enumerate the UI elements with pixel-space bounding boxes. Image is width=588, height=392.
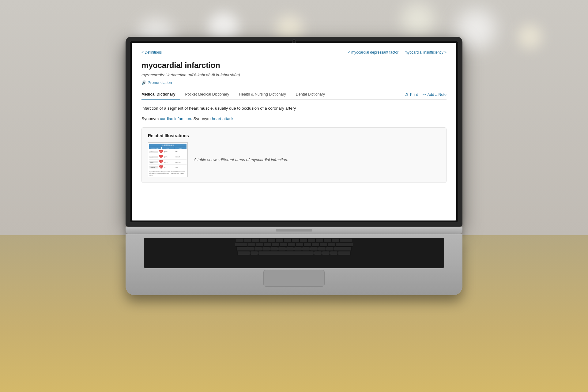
- add-note-button[interactable]: ✏ Add a Note: [423, 92, 447, 97]
- key: [288, 243, 295, 246]
- key: [237, 247, 254, 251]
- print-label: Print: [410, 92, 418, 97]
- key: [280, 243, 287, 246]
- bokeh-light: [518, 24, 542, 49]
- keyboard-row-2: [144, 242, 444, 246]
- pronunciation-link-label: Pronunciation: [148, 80, 172, 85]
- key: [320, 243, 327, 246]
- key: [336, 243, 353, 246]
- key: [340, 239, 352, 242]
- illustration-thumbnail[interactable]: EL-ECTROCARD. ECG changes Area Leads Ant…: [148, 142, 188, 177]
- key: [326, 247, 334, 251]
- key: [244, 239, 251, 242]
- tabs-left: Medical Dictionary Pocket Medical Dictio…: [141, 90, 330, 99]
- key: [308, 239, 315, 242]
- key: [270, 247, 278, 251]
- svg-rect-0: [160, 151, 162, 152]
- thumb-heart-icon: [159, 160, 163, 164]
- key: [276, 239, 283, 242]
- key: [330, 251, 337, 255]
- tab-pocket-medical[interactable]: Pocket Medical Dictionary: [180, 90, 234, 100]
- tab-medical-dictionary[interactable]: Medical Dictionary: [141, 90, 180, 100]
- nav-arrows: < myocardial depressant factor myocardia…: [348, 50, 447, 55]
- illustration-caption: A table shows different areas of myocard…: [194, 157, 288, 162]
- key: [284, 239, 291, 242]
- key: [286, 247, 294, 251]
- laptop-keyboard: [126, 234, 462, 295]
- cardiac-infarction-link[interactable]: cardiac infarction: [160, 116, 191, 121]
- key: [268, 239, 275, 242]
- nav-row: < Definitions < myocardial depressant fa…: [141, 50, 447, 55]
- prev-entry-link[interactable]: < myocardial depressant factor: [348, 50, 398, 55]
- key: [304, 243, 311, 246]
- illustrations-box: Related Illustrations EL-ECTROCARD. ECG …: [141, 127, 447, 183]
- thumb-val-2: II,III,aVF: [175, 156, 187, 158]
- laptop: < Definitions < myocardial depressant fa…: [126, 37, 462, 295]
- key: [251, 251, 258, 255]
- keyboard-row-3: [144, 246, 444, 251]
- thumb-val-2: I,aVL,V5-6: [175, 161, 187, 163]
- key: [262, 247, 270, 251]
- svg-rect-3: [160, 166, 161, 168]
- heart-attack-link[interactable]: heart attack: [212, 116, 234, 121]
- thumb-val-2: V1-4: [175, 167, 187, 168]
- tabs-row: Medical Dictionary Pocket Medical Dictio…: [141, 90, 447, 100]
- thumb-col-header-1: ECG changes: [149, 147, 161, 149]
- thumb-row-label: Inferior: [149, 156, 158, 158]
- thumb-data-row: Inferior Q, ST↑ II,III,aVF: [149, 155, 187, 160]
- print-button[interactable]: 🖨 Print: [405, 92, 418, 97]
- thumb-val-1: ST↓: [164, 167, 175, 168]
- trackpad[interactable]: [263, 270, 325, 287]
- thumb-values: Q, ST↑ II,III,aVF: [164, 156, 187, 158]
- thumb-title-bar: EL-ECTROCARD.: [149, 144, 187, 147]
- thumb-header-row: ECG changes Area Leads: [149, 147, 187, 149]
- keyboard-row-4: [144, 251, 444, 255]
- thumb-row-label: Anterior: [149, 151, 158, 153]
- synonym-label-1: Synonym: [141, 116, 160, 121]
- thumb-data-row: Anterior Q, ST↑ V1-4: [149, 149, 187, 154]
- key: [296, 243, 303, 246]
- key: [264, 243, 271, 246]
- key: [256, 243, 263, 246]
- tabs-right: 🖨 Print ✏ Add a Note: [405, 92, 447, 97]
- tab-health-nursing[interactable]: Health & Nursing Dictionary: [234, 90, 291, 100]
- key: [260, 239, 267, 242]
- key: [292, 239, 299, 242]
- illustrations-title: Related Illustrations: [148, 133, 440, 138]
- key: [316, 239, 323, 242]
- key: [324, 239, 331, 242]
- keyboard-row-1: [144, 238, 444, 242]
- thumb-val-1: Q, ST↑: [164, 156, 175, 158]
- key: [334, 247, 351, 251]
- screen-bezel: < Definitions < myocardial depressant fa…: [130, 41, 458, 222]
- key: [312, 243, 319, 246]
- key: [328, 243, 335, 246]
- thumb-heart-icon: [159, 149, 163, 154]
- pronunciation-text: my•o•car•di•al in•farc•tion (mī'ō-kahr'd…: [141, 73, 447, 77]
- browser-content[interactable]: < Definitions < myocardial depressant fa…: [132, 43, 456, 221]
- key: [294, 247, 302, 251]
- thumb-col-header-3: Leads: [174, 147, 187, 149]
- key: [278, 247, 286, 251]
- next-entry-link[interactable]: myocardial insufficiency >: [405, 50, 447, 55]
- thumb-row-label: Posterior: [149, 166, 158, 168]
- key: [235, 243, 247, 246]
- thumb-col-header-2: Area: [162, 147, 174, 149]
- thumb-data-row: Posterior ST↓ V1-4: [149, 165, 187, 170]
- tab-dental[interactable]: Dental Dictionary: [291, 90, 330, 100]
- speaker-icon: 🔊: [141, 80, 146, 85]
- screen: < Definitions < myocardial depressant fa…: [132, 43, 456, 221]
- back-link[interactable]: < Definitions: [141, 50, 162, 55]
- thumb-heart-icon: [159, 155, 163, 159]
- thumb-val-1: Q, ST↑: [164, 151, 175, 153]
- thumb-val-1: Q, ST↑: [164, 161, 175, 163]
- thumb-data-row: Lateral Q, ST↑ I,aVL,V5-6: [149, 160, 187, 165]
- synonym-period: .: [233, 116, 235, 121]
- definition-text: infarction of a segment of heart muscle,…: [141, 105, 447, 112]
- key: [248, 243, 255, 246]
- illustration-item[interactable]: EL-ECTROCARD. ECG changes Area Leads Ant…: [148, 142, 440, 177]
- pronunciation-link[interactable]: 🔊 Pronunciation: [141, 80, 172, 85]
- thumb-values: Q, ST↑ V1-4: [164, 151, 187, 153]
- bokeh-light: [401, 3, 435, 37]
- key: [254, 247, 262, 251]
